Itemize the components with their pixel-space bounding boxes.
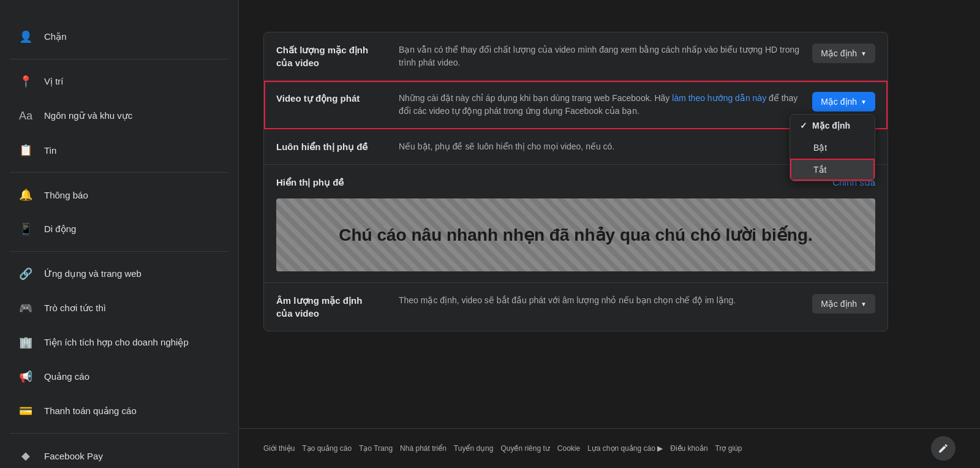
sidebar-item-label-tin: Tin (44, 145, 56, 156)
sidebar-item-label-ngonNgu: Ngôn ngữ và khu vực (44, 110, 132, 121)
footer: Giới thiệuTạo quảng cáoTạo TrangNhà phát… (239, 428, 980, 468)
autoplay-option-macdinh[interactable]: ✓ Mặc định (790, 115, 875, 137)
footer-link-6[interactable]: Cookie (557, 444, 580, 453)
quality-dropdown-btn[interactable]: Mặc định ▼ (812, 43, 875, 63)
sidebar-item-diDong[interactable]: 📱Di động (5, 212, 233, 246)
sidebar-icon-thongBao: 🔔 (15, 184, 37, 206)
sidebar-item-label-facebookPay: Facebook Pay (44, 451, 103, 461)
sidebar-divider (10, 433, 228, 434)
sidebar-item-label-chan: Chặn (44, 31, 67, 42)
footer-link-0[interactable]: Giới thiệu (263, 444, 295, 453)
sidebar-item-tienIch[interactable]: 🏢Tiện ích tích hợp cho doanh nghiệp (5, 325, 233, 360)
sidebar-item-label-viTri: Vị trí (44, 76, 64, 87)
volume-label: Âm lượng mặc địnhcủa video (276, 294, 399, 320)
main-content: Chất lượng mặc địnhcủa video Bạn vẫn có … (239, 0, 980, 428)
sidebar-item-viTri[interactable]: 📍Vị trí (5, 64, 233, 99)
option-label: Mặc định (812, 121, 850, 130)
sidebar-icon-ungDung: 🔗 (15, 263, 37, 285)
quality-label: Chất lượng mặc địnhcủa video (276, 43, 399, 69)
sidebar-item-label-ungDung: Ứng dụng và trang web (44, 268, 141, 279)
sidebar-title (0, 0, 238, 20)
sidebar-item-troChoi[interactable]: 🎮Trò chơi tức thì (5, 291, 233, 325)
option-label: Bật (813, 143, 827, 153)
sidebar-icon-tin: 📋 (15, 139, 37, 161)
footer-link-1[interactable]: Tạo quảng cáo (302, 444, 352, 453)
autoplay-dropdown-wrapper: Mặc định ▼ ✓ Mặc định (812, 92, 875, 111)
autoplay-dropdown-btn[interactable]: Mặc định ▼ (812, 92, 875, 111)
subtitle-display-label: Hiển thị phụ đề (276, 176, 399, 189)
volume-row: Âm lượng mặc địnhcủa video Theo mặc định… (264, 283, 888, 331)
footer-link-2[interactable]: Tạo Trang (359, 444, 393, 453)
sidebar-icon-diDong: 📱 (15, 218, 37, 240)
autoplay-guide-link[interactable]: làm theo hướng dẫn này (672, 93, 766, 103)
sidebar-icon-facebookPay: ◆ (15, 445, 37, 467)
sidebar-item-label-troChoi: Trò chơi tức thì (44, 303, 106, 314)
sidebar-icon-quangCao: 📢 (15, 366, 37, 388)
sidebar-item-thongBao[interactable]: 🔔Thông báo (5, 178, 233, 212)
sidebar-icon-thanhToan: 💳 (15, 400, 37, 422)
autoplay-desc: Những cài đặt này chỉ áp dụng khi bạn dù… (399, 92, 800, 118)
footer-link-4[interactable]: Tuyển dụng (454, 444, 494, 453)
chevron-down-icon: ▼ (861, 50, 867, 57)
sidebar-icon-chan: 👤 (15, 26, 37, 48)
quality-row: Chất lượng mặc địnhcủa video Bạn vẫn có … (264, 32, 888, 81)
autoplay-dropdown-label: Mặc định (821, 97, 857, 107)
autoplay-option-bat[interactable]: Bật (790, 137, 875, 159)
sidebar-item-ngonNgu[interactable]: AaNgôn ngữ và khu vực (5, 99, 233, 133)
sidebar-item-facebookPay[interactable]: ◆Facebook Pay (5, 439, 233, 468)
option-label: Tắt (813, 165, 826, 175)
volume-desc: Theo mặc định, video sẽ bắt đầu phát với… (399, 294, 800, 307)
sidebar-item-chan[interactable]: 👤Chặn (5, 20, 233, 54)
sidebar-icon-tienIch: 🏢 (15, 331, 37, 353)
subtitle-display-row: Hiển thị phụ đề Chỉnh sửa Chú cáo nâu nh… (264, 165, 888, 283)
edit-icon[interactable] (931, 436, 956, 461)
sidebar-item-thanhToan[interactable]: 💳Thanh toán quảng cáo (5, 394, 233, 428)
sidebar-item-label-thongBao: Thông báo (44, 190, 88, 200)
sidebar-icon-viTri: 📍 (15, 70, 37, 92)
quality-dropdown-label: Mặc định (821, 48, 857, 58)
footer-link-7[interactable]: Lựa chọn quảng cáo ▶ (587, 444, 663, 453)
sidebar-item-quangCao[interactable]: 📢Quảng cáo (5, 360, 233, 394)
autoplay-action: Mặc định ▼ ✓ Mặc định (812, 92, 875, 111)
sidebar-divider (10, 59, 228, 59)
volume-action: Mặc định ▼ (812, 294, 875, 314)
sidebar-divider (10, 251, 228, 252)
sidebar-icon-ngonNgu: Aa (15, 105, 37, 127)
autoplay-dropdown-menu: ✓ Mặc định Bật Tắt (790, 114, 875, 181)
sidebar: 👤Chặn📍Vị tríAaNgôn ngữ và khu vực📋Tin🔔Th… (0, 0, 239, 468)
autoplay-label: Video tự động phát (276, 92, 399, 105)
settings-section: Chất lượng mặc địnhcủa video Bạn vẫn có … (263, 32, 888, 331)
subtitle-always-label: Luôn hiển thị phụ đề (276, 140, 399, 153)
volume-dropdown-btn[interactable]: Mặc định ▼ (812, 294, 875, 314)
footer-link-9[interactable]: Trợ giúp (715, 444, 742, 453)
check-icon: ✓ (800, 121, 807, 130)
chevron-down-icon: ▼ (861, 99, 867, 105)
footer-link-8[interactable]: Điều khoản (670, 444, 707, 453)
volume-dropdown-label: Mặc định (821, 299, 857, 309)
autoplay-option-tat[interactable]: Tắt (790, 159, 875, 181)
subtitle-preview: Chú cáo nâu nhanh nhẹn đã nhảy qua chú c… (276, 198, 875, 271)
quality-desc: Bạn vẫn có thể thay đổi chất lượng của v… (399, 43, 800, 69)
sidebar-item-tin[interactable]: 📋Tin (5, 133, 233, 167)
footer-link-3[interactable]: Nhà phát triển (400, 444, 447, 453)
autoplay-row: Video tự động phát Những cài đặt này chỉ… (264, 81, 888, 129)
quality-action: Mặc định ▼ (812, 43, 875, 63)
sidebar-item-label-quangCao: Quảng cáo (44, 371, 89, 382)
sidebar-item-ungDung[interactable]: 🔗Ứng dụng và trang web (5, 257, 233, 291)
sidebar-item-label-diDong: Di động (44, 224, 76, 235)
footer-link-5[interactable]: Quyền riêng tư (500, 444, 549, 453)
sidebar-icon-troChoi: 🎮 (15, 297, 37, 319)
sidebar-item-label-tienIch: Tiện ích tích hợp cho doanh nghiệp (44, 337, 189, 348)
chevron-down-icon: ▼ (861, 301, 867, 308)
sidebar-item-label-thanhToan: Thanh toán quảng cáo (44, 406, 137, 417)
sidebar-divider (10, 172, 228, 173)
subtitle-preview-text: Chú cáo nâu nhanh nhẹn đã nhảy qua chú c… (288, 223, 863, 247)
